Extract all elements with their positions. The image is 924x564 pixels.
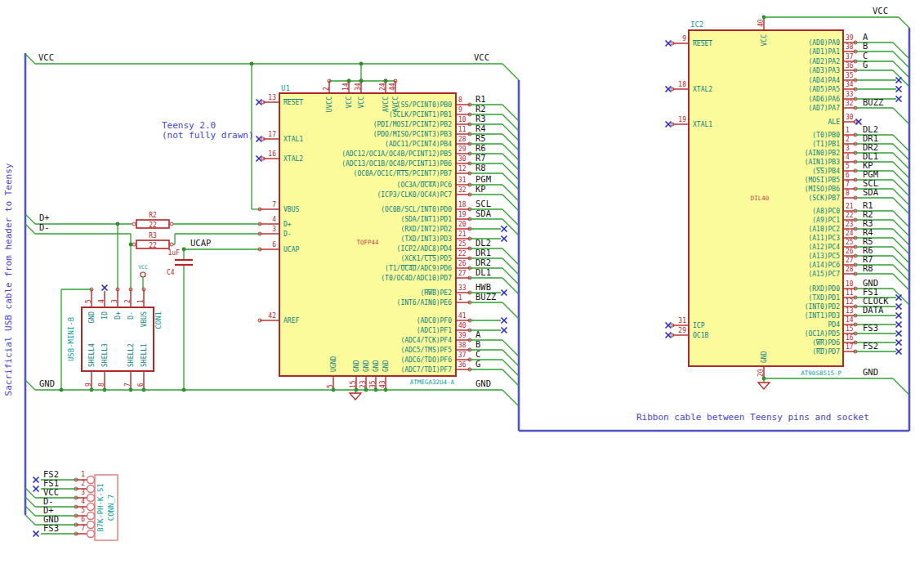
pin-number: 2 <box>124 299 132 303</box>
junction-dot <box>129 243 133 247</box>
pin-name: (INT1)PD3 <box>805 312 841 320</box>
pin-number: 40 <box>458 322 466 329</box>
pin-name: VBUS <box>141 311 148 327</box>
pin-number: 29 <box>678 327 686 334</box>
junction-dot <box>116 222 120 226</box>
pin-number: 3 <box>111 299 118 303</box>
pin-number: 33 <box>458 284 466 292</box>
wire <box>25 380 35 390</box>
conn7-pin-circle <box>87 477 95 484</box>
pin-name: ICP <box>693 322 705 329</box>
pin-number: 30 <box>458 155 466 163</box>
u1-footprint: TQFP44 <box>356 239 379 246</box>
pin-number: 27 <box>846 257 854 264</box>
wire <box>893 43 909 59</box>
wire <box>502 163 519 180</box>
pin-number: 30 <box>846 114 854 121</box>
schematic-canvas: 2UVCC14VCC34VCC24AVCC44AVCC5UGND15GND23G… <box>0 0 924 564</box>
wire <box>502 195 519 211</box>
conn7-pin-circle <box>87 504 95 511</box>
net-label: B <box>475 339 480 349</box>
pin-number: 28 <box>458 136 466 143</box>
pin-name: (AD4)PA4 <box>808 77 840 84</box>
pin-name: (AD3)PA3 <box>808 67 840 74</box>
wire <box>25 515 35 525</box>
junction-dot <box>359 62 364 66</box>
pin-name: ALE <box>828 119 841 126</box>
pin-name: (ADC12/OC1A/OC4B/PCINT12)PB5 <box>341 150 452 158</box>
pin-name: SHELL4 <box>88 343 96 367</box>
pin-number: 31 <box>458 177 466 184</box>
pin-number: 7 <box>846 181 850 188</box>
net-label: DL2 <box>475 238 491 248</box>
net-label: C <box>475 349 480 359</box>
pin-name: (TXD)PD1 <box>808 294 840 302</box>
conn7-value: B7K-PH-K-S1 <box>96 483 105 532</box>
pin-number: 14 <box>342 83 350 91</box>
pin-name: RESET <box>693 40 712 47</box>
pin-number: 37 <box>458 351 466 359</box>
wire <box>25 506 35 516</box>
pin-name: (SS)PB4 <box>812 168 840 175</box>
pin-number: 24 <box>379 83 386 91</box>
pin-name: (MISO)PB6 <box>805 186 841 193</box>
pin-name: RESET <box>283 99 303 106</box>
pin-name: D- <box>127 311 135 320</box>
pin-number: 16 <box>268 150 276 158</box>
pin-number: 3 <box>272 226 276 233</box>
wire <box>893 198 909 214</box>
pin-number: 22 <box>458 250 466 257</box>
pin-name: (AIN1)PB3 <box>805 159 841 166</box>
pin-name: (AD1)PA1 <box>808 48 840 56</box>
pin-name: (T0)PB0 <box>812 132 840 139</box>
pin-name: ID <box>101 311 109 320</box>
pin-name: (INT6/AIN0)PE6 <box>397 299 453 307</box>
pin-number: 8 <box>98 383 105 387</box>
wire <box>502 209 519 226</box>
pin-number: 32 <box>458 186 466 194</box>
pin-number: 15 <box>846 325 854 333</box>
teensy-note-line2: (not fully drawn) <box>162 130 254 141</box>
vcc-power-flag <box>141 272 145 277</box>
pin-name: D- <box>283 231 292 238</box>
pin-number: 31 <box>678 317 686 325</box>
pin-number: 19 <box>458 211 466 218</box>
pin-number: 25 <box>846 239 854 246</box>
c4-value: 1uF <box>168 249 181 257</box>
pin-number: 8 <box>458 96 462 104</box>
left-vertical-caption: Sacrificial USB cable from header to Tee… <box>3 163 14 396</box>
wire <box>502 390 519 406</box>
pin-name: (A11)PC3 <box>808 235 840 242</box>
pin-number: 1 <box>846 127 850 134</box>
pin-name: (SCLK/PCINT1)PB1 <box>389 111 452 119</box>
pin-name: (RD)PD7 <box>812 348 840 356</box>
pin-name: (A9)PC1 <box>812 217 840 224</box>
pin-name: (A15)PC7 <box>808 271 840 278</box>
pin-number: 11 <box>458 126 466 133</box>
net-label: FS3 <box>43 523 59 533</box>
wire <box>893 378 909 395</box>
pin-name: (ADC4/TCK)PF4 <box>400 337 452 344</box>
net-label: FS2 <box>863 341 878 351</box>
r2-value: 22 <box>149 222 157 229</box>
wire <box>502 340 519 356</box>
pin-number: 32 <box>846 100 854 107</box>
net-label: R3 <box>475 114 486 123</box>
pin-name: SHELL3 <box>101 343 109 367</box>
conn7-pin-circle <box>87 530 95 538</box>
pin-name: GND <box>363 360 370 372</box>
pin-number: 26 <box>846 248 854 255</box>
pin-name: (A13)PC5 <box>808 253 840 260</box>
pin-name: (A8)PC0 <box>812 208 840 215</box>
junction-dot <box>182 388 186 392</box>
conn7-pin-circle <box>87 495 95 502</box>
pin-number: 21 <box>458 231 466 238</box>
net-label: A <box>475 329 481 339</box>
pin-terminal <box>170 222 173 226</box>
junction-dot <box>60 388 64 392</box>
pin-number: 9 <box>682 35 686 43</box>
pin-number: 17 <box>268 131 276 138</box>
wire <box>25 224 35 234</box>
net-label: G <box>475 359 480 369</box>
ribbon-caption: Ribbon cable between Teensy pins and soc… <box>636 412 869 423</box>
